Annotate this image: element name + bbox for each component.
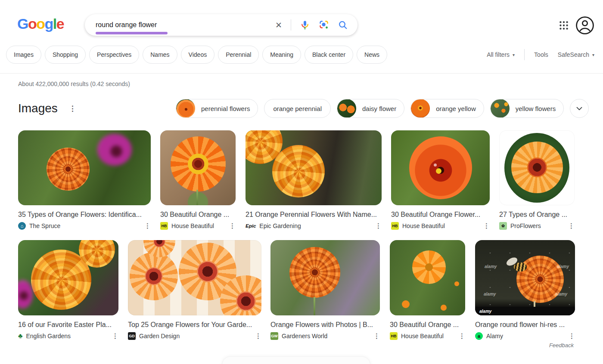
images-section-menu-icon[interactable]: ⋮	[69, 105, 76, 112]
search-input[interactable]: round orange flower	[85, 21, 275, 29]
clear-icon[interactable]: ✕	[275, 21, 282, 29]
result-image-calendula[interactable]	[270, 240, 380, 315]
result-image-ranunculus-rose[interactable]	[18, 240, 118, 315]
pink-accent-shape	[18, 280, 33, 308]
all-filters-dropdown[interactable]: All filters ▾	[487, 51, 515, 58]
google-lens-icon[interactable]	[319, 20, 329, 30]
more-options-icon[interactable]: ⋮	[480, 222, 490, 230]
orange-flower-shape	[130, 252, 178, 300]
expand-chips-button[interactable]	[570, 99, 589, 118]
logo-letter: G	[17, 15, 28, 32]
result-image-ranunculus[interactable]	[246, 130, 382, 205]
alamy-watermark-bar: alamy	[475, 307, 575, 315]
related-chips-row: perennial flowers orange perennial daisy…	[176, 99, 589, 118]
chip-orange-perennial[interactable]: orange perennial	[264, 99, 331, 118]
result-source[interactable]: HB House Beautiful	[390, 332, 455, 340]
tab-shopping[interactable]: Shopping	[45, 46, 86, 64]
search-box[interactable]: round orange flower ✕	[85, 14, 357, 36]
tools-button[interactable]: Tools	[534, 51, 548, 58]
result-card: 27 Types of Orange ... ✿ ProFlowers ⋮	[499, 130, 575, 230]
result-card: 16 of our Favorite Easter Pla... ♣ Engli…	[18, 240, 118, 340]
search-icon[interactable]	[338, 20, 348, 30]
more-results-button-partial[interactable]	[222, 356, 370, 364]
result-card: Orange Flowers with Photos | B... GW Gar…	[270, 240, 380, 340]
result-image-cosmos[interactable]	[390, 240, 465, 315]
logo-letter: o	[36, 15, 44, 32]
results-stats: About 422,000,000 results (0.42 seconds)	[18, 80, 130, 87]
chip-daisy-flower[interactable]: daisy flower	[337, 99, 404, 118]
feedback-link[interactable]: Feedback	[549, 342, 574, 349]
logo-letter: e	[56, 15, 64, 32]
result-title[interactable]: 30 Beautiful Orange ...	[160, 210, 236, 219]
voice-search-icon[interactable]	[300, 20, 310, 30]
google-logo[interactable]: Google	[17, 15, 64, 32]
result-image-orange-zinnia[interactable]	[160, 130, 236, 205]
result-title[interactable]: Orange round flower hi-res ...	[475, 321, 575, 329]
tab-images[interactable]: Images	[6, 46, 41, 64]
tab-perennial[interactable]: Perennial	[218, 46, 259, 64]
result-title[interactable]: 30 Beautiful Orange ...	[390, 321, 465, 329]
result-source[interactable]: GW Gardeners World	[270, 332, 370, 340]
source-favicon: a	[475, 332, 483, 340]
watermark-text: alamy	[555, 292, 567, 296]
result-title[interactable]: 30 Beautiful Orange Flower...	[391, 210, 490, 219]
result-image-hibiscus[interactable]	[391, 130, 490, 205]
result-source[interactable]: ✿ ProFlowers	[499, 222, 565, 230]
orange-flower-shape	[171, 136, 226, 191]
more-options-icon[interactable]: ⋮	[455, 332, 465, 340]
result-title[interactable]: 16 of our Favorite Easter Pla...	[18, 321, 118, 329]
orange-flower-shape	[409, 136, 472, 199]
more-options-icon[interactable]: ⋮	[370, 332, 380, 340]
tab-videos[interactable]: Videos	[181, 46, 215, 64]
safesearch-dropdown[interactable]: SafeSearch ▾	[558, 51, 594, 58]
chevron-down-icon: ▾	[592, 52, 594, 57]
result-title[interactable]: 35 Types of Orange Flowers: Identifica..…	[18, 210, 151, 219]
tab-perspectives[interactable]: Perspectives	[89, 46, 139, 64]
result-source[interactable]: a Alamy	[475, 332, 565, 340]
source-favicon: HB	[391, 222, 399, 230]
result-source[interactable]: GD Garden Design	[128, 332, 252, 340]
chip-thumbnail-image	[176, 99, 195, 118]
tab-news[interactable]: News	[357, 46, 387, 64]
result-card: alamy alamy alamy alamy alamy Orange rou…	[475, 240, 575, 340]
stamen-shape	[436, 168, 441, 174]
watermark-text: alamy	[557, 264, 569, 269]
more-options-icon[interactable]: ⋮	[252, 332, 261, 340]
result-source[interactable]: ♣ English Gardens	[18, 332, 109, 340]
tab-names[interactable]: Names	[143, 46, 177, 64]
account-avatar[interactable]	[575, 16, 594, 35]
images-section-title: Images	[18, 102, 58, 115]
orange-flower-shape	[272, 145, 325, 197]
result-title[interactable]: 21 Orange Perennial Flowers With Name...	[246, 210, 382, 219]
result-title[interactable]: 27 Types of Orange ...	[499, 210, 575, 219]
result-title[interactable]: Orange Flowers with Photos | B...	[270, 321, 380, 329]
chip-perennial-flowers[interactable]: perennial flowers	[176, 99, 258, 118]
chip-orange-yellow[interactable]: orange yellow	[410, 99, 484, 118]
more-options-icon[interactable]: ⋮	[565, 222, 575, 230]
stem-shape	[314, 297, 315, 315]
more-options-icon[interactable]: ⋮	[141, 222, 151, 230]
orange-flower-shape	[289, 247, 340, 298]
tab-black-center[interactable]: Black center	[305, 46, 353, 64]
result-image-gerbera-bouquet[interactable]	[128, 240, 261, 315]
result-source[interactable]: HB House Beautiful	[160, 222, 226, 230]
orange-flower-shape	[47, 148, 90, 191]
more-options-icon[interactable]: ⋮	[226, 222, 236, 230]
result-image-bee-on-flower-alamy[interactable]: alamy alamy alamy alamy alamy	[475, 240, 575, 315]
more-options-icon[interactable]: ⋮	[109, 332, 118, 340]
result-source[interactable]: ⌂ The Spruce	[18, 222, 141, 230]
tab-meaning[interactable]: Meaning	[262, 46, 301, 64]
result-image-zinnia-garden[interactable]	[18, 130, 151, 205]
chip-yellow-flowers[interactable]: yellow flowers	[490, 99, 564, 118]
google-apps-icon[interactable]	[558, 20, 569, 33]
result-title[interactable]: Top 25 Orange Flowers for Your Garde...	[128, 321, 261, 329]
result-source[interactable]: HB House Beautiful	[391, 222, 480, 230]
more-options-icon[interactable]: ⋮	[565, 332, 575, 340]
small-flower-dot	[454, 281, 459, 286]
more-options-icon[interactable]: ⋮	[372, 222, 382, 230]
result-source[interactable]: Epic Epic Gardening	[246, 222, 372, 230]
header-divider	[0, 73, 603, 74]
logo-letter: o	[28, 15, 36, 32]
result-image-gerbera[interactable]	[499, 130, 575, 205]
toolbar-divider	[524, 49, 525, 60]
